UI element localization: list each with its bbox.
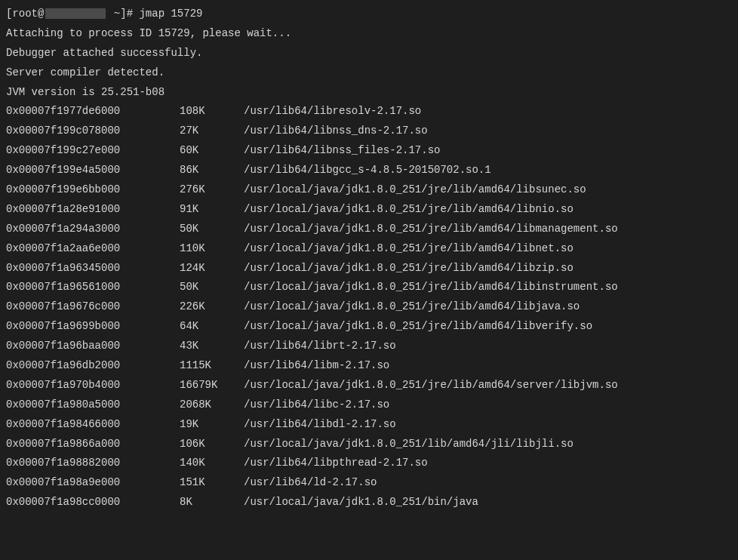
memory-map-row: 0x00007f199c07800027K/usr/lib64/libnss_d…: [6, 122, 732, 141]
path-value: /usr/local/java/jdk1.8.0_251/jre/lib/amd…: [244, 259, 732, 278]
address-value: 0x00007f1a970b4000: [6, 376, 180, 395]
address-value: 0x00007f1a96baa000: [6, 337, 180, 356]
memory-map-row: 0x00007f1a98cc00008K/usr/local/java/jdk1…: [6, 493, 732, 512]
memory-map-row: 0x00007f1a96baa00043K/usr/lib64/librt-2.…: [6, 337, 732, 356]
address-value: 0x00007f1977de6000: [6, 102, 180, 122]
path-value: /usr/local/java/jdk1.8.0_251/bin/java: [244, 493, 732, 512]
jvm-version-message: JVM version is 25.251-b08: [6, 83, 732, 103]
memory-map-row: 0x00007f1a9866a000106K/usr/local/java/jd…: [6, 435, 732, 454]
address-value: 0x00007f1a9699b000: [6, 317, 180, 337]
address-value: 0x00007f1a96561000: [6, 278, 180, 297]
path-value: /usr/local/java/jdk1.8.0_251/jre/lib/amd…: [244, 180, 732, 200]
address-value: 0x00007f199e6bb000: [6, 180, 180, 200]
address-value: 0x00007f1a2aa6e000: [6, 239, 180, 259]
memory-map-row: 0x00007f199e4a500086K/usr/lib64/libgcc_s…: [6, 161, 732, 180]
size-value: 226K: [180, 297, 244, 317]
compiler-message: Server compiler detected.: [6, 63, 732, 83]
size-value: 50K: [180, 278, 244, 297]
size-value: 124K: [180, 259, 244, 278]
path-value: /usr/lib64/librt-2.17.so: [244, 337, 732, 356]
size-value: 106K: [180, 435, 244, 454]
memory-map-row: 0x00007f1a98a9e000151K/usr/lib64/ld-2.17…: [6, 473, 732, 493]
path-value: /usr/local/java/jdk1.8.0_251/jre/lib/amd…: [244, 200, 732, 220]
size-value: 91K: [180, 200, 244, 220]
path-value: /usr/local/java/jdk1.8.0_251/jre/lib/amd…: [244, 317, 732, 337]
size-value: 110K: [180, 239, 244, 259]
attaching-message: Attaching to process ID 15729, please wa…: [6, 24, 732, 44]
size-value: 64K: [180, 317, 244, 337]
memory-map-row: 0x00007f1a96345000124K/usr/local/java/jd…: [6, 259, 732, 278]
address-value: 0x00007f199e4a5000: [6, 161, 180, 180]
address-value: 0x00007f1a98cc0000: [6, 493, 180, 512]
memory-map-row: 0x00007f199e6bb000276K/usr/local/java/jd…: [6, 180, 732, 200]
path-value: /usr/local/java/jdk1.8.0_251/jre/lib/amd…: [244, 297, 732, 317]
path-value: /usr/lib64/libresolv-2.17.so: [244, 102, 732, 122]
prompt-user: root@: [12, 8, 44, 20]
path-value: /usr/lib64/libgcc_s-4.8.5-20150702.so.1: [244, 161, 732, 180]
path-value: /usr/lib64/libdl-2.17.so: [244, 415, 732, 435]
size-value: 140K: [180, 454, 244, 473]
path-value: /usr/lib64/libnss_files-2.17.so: [244, 141, 732, 161]
address-value: 0x00007f1a294a3000: [6, 220, 180, 239]
size-value: 16679K: [180, 376, 244, 395]
path-value: /usr/local/java/jdk1.8.0_251/lib/amd64/j…: [244, 435, 732, 454]
size-value: 151K: [180, 473, 244, 493]
memory-map-row: 0x00007f1a9676c000226K/usr/local/java/jd…: [6, 297, 732, 317]
prompt-close: ~]#: [107, 8, 139, 20]
debugger-message: Debugger attached successfully.: [6, 44, 732, 63]
address-value: 0x00007f1a98a9e000: [6, 473, 180, 493]
address-value: 0x00007f199c078000: [6, 122, 180, 141]
size-value: 8K: [180, 493, 244, 512]
size-value: 108K: [180, 102, 244, 122]
size-value: 50K: [180, 220, 244, 239]
memory-map-row: 0x00007f1977de6000108K/usr/lib64/libreso…: [6, 102, 732, 122]
memory-map-row: 0x00007f1a294a300050K/usr/local/java/jdk…: [6, 220, 732, 239]
memory-map-row: 0x00007f1a9656100050K/usr/local/java/jdk…: [6, 278, 732, 297]
address-value: 0x00007f1a96345000: [6, 259, 180, 278]
path-value: /usr/local/java/jdk1.8.0_251/jre/lib/amd…: [244, 376, 732, 395]
path-value: /usr/lib64/libnss_dns-2.17.so: [244, 122, 732, 141]
address-value: 0x00007f1a98882000: [6, 454, 180, 473]
path-value: /usr/lib64/libpthread-2.17.so: [244, 454, 732, 473]
address-value: 0x00007f199c27e000: [6, 141, 180, 161]
path-value: /usr/local/java/jdk1.8.0_251/jre/lib/amd…: [244, 278, 732, 297]
path-value: /usr/lib64/ld-2.17.so: [244, 473, 732, 493]
memory-map-row: 0x00007f1a970b400016679K/usr/local/java/…: [6, 376, 732, 395]
memory-map-row: 0x00007f1a980a50002068K/usr/lib64/libc-2…: [6, 395, 732, 415]
address-value: 0x00007f1a9866a000: [6, 435, 180, 454]
size-value: 86K: [180, 161, 244, 180]
memory-map-row: 0x00007f1a98882000140K/usr/lib64/libpthr…: [6, 454, 732, 473]
size-value: 2068K: [180, 395, 244, 415]
address-value: 0x00007f1a96db2000: [6, 356, 180, 376]
path-value: /usr/lib64/libc-2.17.so: [244, 395, 732, 415]
size-value: 27K: [180, 122, 244, 141]
terminal-output: [root@ ~]# jmap 15729 Attaching to proce…: [6, 5, 732, 512]
memory-map-row: 0x00007f1a96db20001115K/usr/lib64/libm-2…: [6, 356, 732, 376]
size-value: 60K: [180, 141, 244, 161]
address-value: 0x00007f1a28e91000: [6, 200, 180, 220]
prompt-host-redacted: [45, 8, 106, 19]
memory-map-row: 0x00007f1a9699b00064K/usr/local/java/jdk…: [6, 317, 732, 337]
address-value: 0x00007f1a9676c000: [6, 297, 180, 317]
path-value: /usr/local/java/jdk1.8.0_251/jre/lib/amd…: [244, 239, 732, 259]
command-text: jmap 15729: [139, 8, 202, 20]
size-value: 1115K: [180, 356, 244, 376]
memory-map-row: 0x00007f1a2aa6e000110K/usr/local/java/jd…: [6, 239, 732, 259]
path-value: /usr/local/java/jdk1.8.0_251/jre/lib/amd…: [244, 220, 732, 239]
address-value: 0x00007f1a98466000: [6, 415, 180, 435]
memory-map-row: 0x00007f199c27e00060K/usr/lib64/libnss_f…: [6, 141, 732, 161]
memory-map-table: 0x00007f1977de6000108K/usr/lib64/libreso…: [6, 102, 732, 512]
path-value: /usr/lib64/libm-2.17.so: [244, 356, 732, 376]
memory-map-row: 0x00007f1a28e9100091K/usr/local/java/jdk…: [6, 200, 732, 220]
memory-map-row: 0x00007f1a9846600019K/usr/lib64/libdl-2.…: [6, 415, 732, 435]
address-value: 0x00007f1a980a5000: [6, 395, 180, 415]
size-value: 43K: [180, 337, 244, 356]
size-value: 19K: [180, 415, 244, 435]
size-value: 276K: [180, 180, 244, 200]
command-prompt-line: [root@ ~]# jmap 15729: [6, 5, 732, 24]
